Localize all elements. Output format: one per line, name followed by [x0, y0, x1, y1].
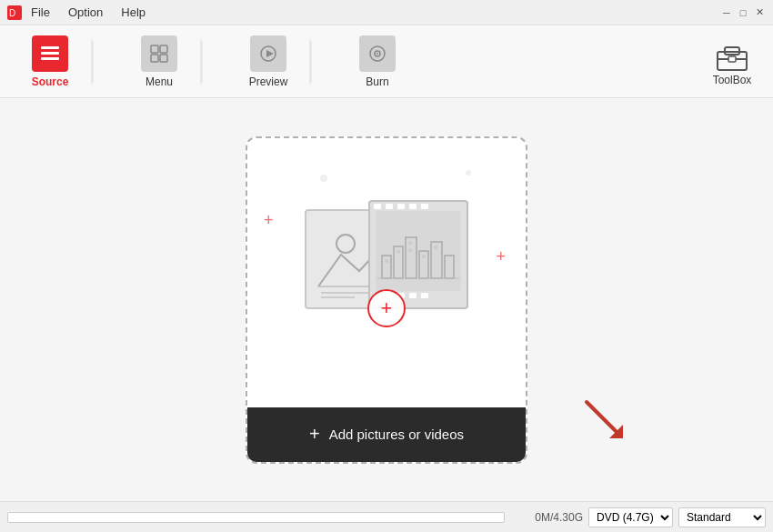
step-arrow-1 — [91, 39, 118, 85]
svg-text:D: D — [9, 8, 15, 18]
progress-track — [7, 512, 505, 523]
main-content: + + — [0, 98, 773, 501]
status-bar: 0M/4.30G DVD (4.7G) DVD (8.5G) Standard … — [0, 501, 773, 532]
menu-label: Menu — [146, 75, 173, 88]
preview-icon — [257, 43, 279, 65]
step-source-button[interactable]: Source — [9, 30, 91, 94]
svg-rect-29 — [397, 250, 400, 254]
svg-rect-17 — [728, 56, 736, 62]
deco-circle-2 — [466, 170, 471, 176]
svg-point-18 — [336, 235, 355, 253]
burn-icon-bg — [359, 35, 396, 72]
app-icon: D — [7, 5, 22, 20]
minimize-button[interactable]: ─ — [720, 6, 733, 19]
film-perfs-top — [370, 202, 467, 211]
svg-rect-5 — [151, 45, 158, 53]
svg-rect-7 — [151, 55, 158, 62]
step-burn-button[interactable]: Burn — [336, 30, 418, 94]
illustration-wrapper: + — [305, 200, 468, 346]
menu-file[interactable]: File — [27, 4, 54, 21]
toolbar: Source Menu — [0, 25, 773, 98]
svg-rect-28 — [385, 259, 388, 263]
source-icon-bg — [32, 35, 68, 72]
drop-zone-illustration: + + — [247, 138, 526, 407]
svg-rect-2 — [41, 46, 59, 49]
step-burn-item: Burn — [336, 30, 418, 94]
toolbox-button[interactable]: ToolBox — [700, 30, 764, 94]
step-arrow-3 — [309, 39, 336, 85]
add-label: Add pictures or videos — [329, 427, 464, 442]
step-source-item: Source — [9, 30, 91, 94]
source-label: Source — [32, 75, 69, 88]
add-plus-icon: + — [309, 424, 320, 445]
plus-circle-overlay: + — [367, 289, 406, 327]
menu-help[interactable]: Help — [117, 4, 149, 21]
svg-rect-27 — [445, 256, 454, 278]
deco-plus-1: + — [264, 211, 274, 230]
film-content — [376, 211, 461, 291]
maximize-button[interactable]: □ — [737, 6, 749, 19]
svg-rect-8 — [160, 55, 167, 62]
drop-zone-footer[interactable]: + Add pictures or videos — [247, 407, 526, 462]
toolbox-label: ToolBox — [713, 74, 752, 86]
preview-label: Preview — [249, 75, 288, 88]
burn-label: Burn — [366, 75, 388, 88]
quality-select[interactable]: Standard High Quality Low Quality — [678, 507, 766, 527]
dvd-select[interactable]: DVD (4.7G) DVD (8.5G) — [588, 507, 673, 527]
storage-label: 0M/4.30G — [510, 511, 583, 524]
svg-rect-32 — [422, 255, 426, 258]
step-nav: Source Menu — [9, 30, 700, 94]
film-illustration — [377, 219, 459, 283]
step-menu-item: Menu — [118, 30, 200, 94]
svg-marker-10 — [266, 50, 274, 57]
deco-plus-2: + — [496, 247, 506, 266]
menu-option[interactable]: Option — [65, 4, 106, 21]
svg-rect-30 — [408, 241, 412, 245]
close-button[interactable]: ✕ — [753, 6, 766, 19]
deco-circle-1 — [320, 175, 327, 182]
step-preview-button[interactable]: Preview — [227, 30, 309, 94]
menu-bar: File Option Help — [27, 4, 149, 21]
source-icon — [39, 43, 61, 65]
title-bar: D File Option Help ─ □ ✕ — [0, 0, 773, 25]
menu-icon-bg — [141, 35, 177, 72]
svg-line-35 — [587, 402, 620, 436]
step-preview-item: Preview — [227, 30, 309, 94]
step-menu-button[interactable]: Menu — [118, 30, 200, 94]
burn-icon — [366, 43, 388, 65]
step-arrow-2 — [200, 39, 227, 85]
svg-rect-33 — [434, 246, 437, 249]
window-controls: ─ □ ✕ — [720, 6, 766, 19]
svg-rect-3 — [41, 52, 59, 55]
drop-zone[interactable]: + + — [246, 136, 527, 464]
svg-rect-31 — [408, 248, 412, 252]
menu-icon — [148, 43, 170, 65]
svg-rect-6 — [160, 45, 167, 53]
arrow-indicator — [582, 397, 627, 451]
preview-icon-bg — [250, 35, 286, 72]
svg-rect-4 — [41, 57, 59, 60]
svg-point-13 — [376, 53, 378, 55]
toolbox-icon — [714, 37, 750, 74]
svg-rect-22 — [382, 256, 391, 278]
